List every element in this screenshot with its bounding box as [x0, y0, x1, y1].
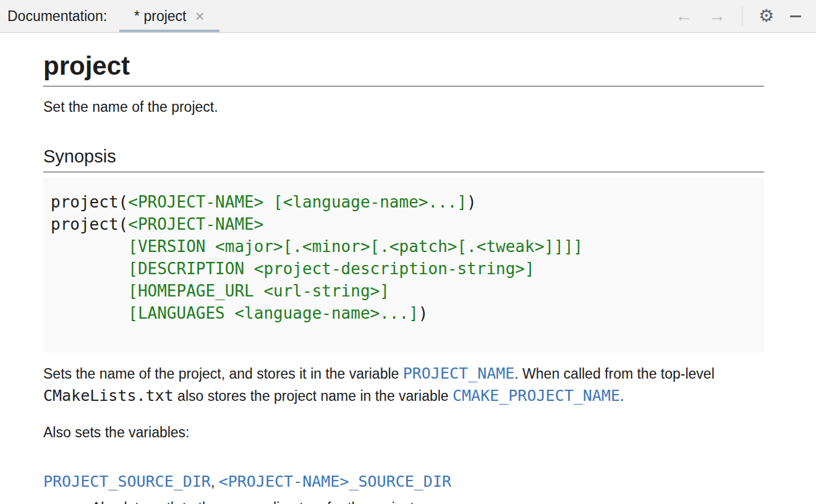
- text-segment: ,: [211, 474, 219, 490]
- back-icon[interactable]: ←: [675, 7, 692, 25]
- toolbar-separator: [742, 7, 742, 25]
- documentation-content: project Set the name of the project. Syn…: [0, 33, 816, 504]
- code-line: [VERSION <major>[.<minor>[.<patch>[.<twe…: [51, 235, 757, 258]
- doc-link[interactable]: PROJECT_SOURCE_DIR: [43, 472, 211, 490]
- synopsis-heading: Synopsis: [43, 146, 764, 172]
- text-segment: Sets the name of the project, and stores…: [43, 366, 403, 382]
- variable-definition: Absolute path to the source directory fo…: [43, 498, 764, 504]
- also-sets-text: Also sets the variables:: [43, 422, 764, 443]
- forward-icon[interactable]: →: [708, 7, 726, 25]
- documentation-toolbar: Documentation: * project × ← → ⚙: [0, 0, 816, 33]
- description-paragraph: Sets the name of the project, and stores…: [43, 363, 764, 407]
- text-segment: also stores the project name in the vari…: [174, 388, 453, 404]
- tab-title: * project: [134, 8, 186, 25]
- toolbar-title: Documentation:: [0, 8, 107, 25]
- page-title: project: [43, 51, 764, 86]
- code-line: project(<PROJECT-NAME> [<language-name>.…: [51, 191, 757, 213]
- toolbar-actions: ← → ⚙: [675, 0, 816, 32]
- variable-entry: PROJECT_SOURCE_DIR, <PROJECT-NAME>_SOURC…: [43, 472, 764, 504]
- minimize-icon[interactable]: [790, 15, 801, 17]
- doc-link[interactable]: PROJECT_NAME: [403, 364, 515, 382]
- intro-text: Set the name of the project.: [43, 99, 764, 116]
- synopsis-code-block: project(<PROJECT-NAME> [<language-name>.…: [43, 177, 764, 353]
- text-segment: . When called from the top-level: [514, 366, 714, 382]
- text-segment: CMakeLists.txt: [43, 387, 174, 405]
- close-icon[interactable]: ×: [195, 8, 204, 24]
- text-segment: .: [620, 388, 624, 404]
- code-line: [LANGUAGES <language-name>...]): [51, 302, 757, 324]
- doc-link[interactable]: <PROJECT-NAME>_SOURCE_DIR: [219, 472, 451, 490]
- tab-project[interactable]: * project ×: [119, 0, 219, 32]
- tab-active-indicator: [119, 30, 219, 32]
- code-line: [HOMEPAGE_URL <url-string>]: [51, 280, 757, 302]
- code-line: [DESCRIPTION <project-description-string…: [51, 258, 757, 280]
- gear-icon[interactable]: ⚙: [759, 7, 774, 25]
- variable-term: PROJECT_SOURCE_DIR, <PROJECT-NAME>_SOURC…: [43, 472, 764, 492]
- doc-link[interactable]: CMAKE_PROJECT_NAME: [453, 387, 620, 405]
- code-line: project(<PROJECT-NAME>: [51, 213, 757, 235]
